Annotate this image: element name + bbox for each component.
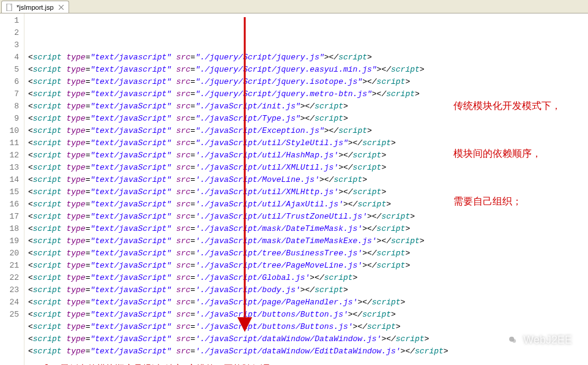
wechat-icon: [506, 333, 519, 347]
line-number: 6: [0, 76, 19, 88]
line-number: 14: [0, 174, 19, 186]
code-line[interactable]: <script type="text/javascript" src="./jq…: [28, 51, 588, 64]
line-number: 1: [0, 15, 19, 27]
line-number: 8: [0, 100, 19, 113]
side-annotation-line: 需要自己组织；: [453, 194, 576, 209]
line-number: 25: [0, 309, 19, 321]
line-number: 9: [0, 113, 19, 125]
code-line[interactable]: <script type="text/javaScript" src='./ja…: [28, 309, 588, 321]
bottom-annotations: 1. 示例中的模块顺序是经过“精心”安排的，不能随便调！2. 新增一个模块时，我…: [28, 358, 588, 365]
line-number: 24: [0, 296, 19, 309]
line-number: 16: [0, 198, 19, 211]
line-number: 2: [0, 27, 19, 39]
line-number-gutter: 1234567891011121314151617181920212223242…: [0, 13, 24, 365]
line-number: 12: [0, 149, 19, 162]
line-number: 5: [0, 64, 19, 76]
code-line[interactable]: <script type="text/javaScript" src='./ja…: [28, 284, 588, 296]
code-line[interactable]: <script type="text/javaScript" src='./ja…: [28, 247, 588, 260]
line-number: 7: [0, 88, 19, 100]
line-number: 17: [0, 211, 19, 223]
line-number: 15: [0, 186, 19, 198]
line-number: 18: [0, 223, 19, 235]
jsp-file-icon: [6, 3, 14, 12]
side-annotation-line: 传统模块化开发模式下，: [453, 98, 576, 114]
code-line[interactable]: <script type="text/javaScript" src='./ja…: [28, 345, 588, 358]
code-line[interactable]: <script type="text/javaScript" src='./ja…: [28, 333, 588, 345]
line-number: 22: [0, 272, 19, 284]
code-line[interactable]: <script type="text/javaScript" src='./ja…: [28, 260, 588, 272]
code-area[interactable]: <script type="text/javascript" src="./jq…: [24, 13, 588, 365]
line-number: 13: [0, 162, 19, 174]
line-number: 23: [0, 284, 19, 296]
line-number: 4: [0, 51, 19, 64]
side-annotation-line: 模块间的依赖顺序，: [453, 146, 576, 162]
line-number: 10: [0, 125, 19, 137]
code-line[interactable]: <script type="text/javaScript" src='./ja…: [28, 321, 588, 333]
tab-title: *jsImport.jsp: [17, 4, 54, 11]
svg-point-4: [513, 339, 516, 343]
note-line: 1. 示例中的模块顺序是经过“精心”安排的，不能随便调！: [44, 361, 588, 365]
code-line[interactable]: <script type="text/javaScript" src='./ja…: [28, 296, 588, 309]
watermark-text: WebJ2EE: [523, 334, 572, 347]
code-editor[interactable]: 1234567891011121314151617181920212223242…: [0, 13, 588, 365]
line-number: 19: [0, 235, 19, 247]
code-line[interactable]: <script type="text/javaScript" src='./ja…: [28, 272, 588, 284]
tab-bar: *jsImport.jsp: [0, 0, 588, 13]
line-number: 3: [0, 39, 19, 51]
close-icon[interactable]: [58, 4, 65, 11]
line-number: 11: [0, 137, 19, 149]
line-number: 20: [0, 247, 19, 260]
line-number: 21: [0, 260, 19, 272]
tab-jsimport[interactable]: *jsImport.jsp: [1, 1, 69, 13]
watermark: WebJ2EE: [506, 333, 572, 347]
side-annotation: 传统模块化开发模式下， 模块间的依赖顺序， 需要自己组织；: [453, 66, 576, 241]
